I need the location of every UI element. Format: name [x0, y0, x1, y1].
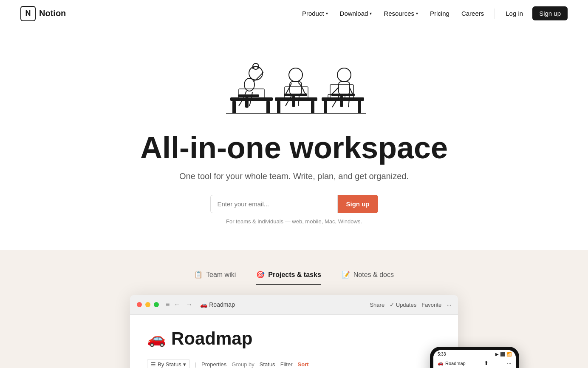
share-button[interactable]: Share [370, 302, 384, 308]
hero-illustration [201, 44, 387, 121]
svg-point-17 [289, 68, 302, 82]
phone-overlay: 5:33 ▶ ⬛ 📶 🚗 Roadmap ⬆ ··· 🚗 Roadmap [430, 347, 519, 368]
phone-status-bar: 5:33 ▶ ⬛ 📶 [433, 350, 516, 358]
tab-projects-tasks[interactable]: 🎯 Projects & tasks [256, 271, 321, 285]
logo-letter: N [25, 9, 31, 18]
phone-time: 5:33 [438, 352, 446, 357]
hero-note: For teams & individuals — web, mobile, M… [226, 218, 362, 225]
svg-rect-30 [331, 94, 355, 96]
nav-auth: Log in Sign up [500, 6, 568, 20]
tab-notes-emoji: 📝 [342, 271, 350, 279]
svg-rect-13 [311, 101, 314, 114]
phone-page-emoji: 🚗 [438, 360, 444, 366]
tab-projects-emoji: 🎯 [256, 271, 265, 279]
logo-icon: N [20, 6, 36, 21]
navbar: N Notion Product ▾ Download ▾ Resources … [0, 0, 588, 27]
svg-rect-10 [245, 97, 249, 108]
window-breadcrumb: 🚗 Roadmap [200, 301, 235, 308]
page-title: Roadmap [171, 328, 252, 349]
nav-careers[interactable]: Careers [456, 7, 489, 20]
signup-hero-button[interactable]: Sign up [338, 195, 378, 213]
breadcrumb-label: Roadmap [209, 301, 235, 308]
phone-more-icon[interactable]: ··· [507, 360, 512, 366]
breadcrumb-emoji: 🚗 [200, 301, 207, 308]
svg-rect-31 [340, 96, 343, 107]
nav-divider [494, 9, 495, 19]
back-arrow-icon[interactable]: ← [174, 301, 181, 308]
phone-share-icon[interactable]: ⬆ [484, 360, 489, 366]
phone-screen: 5:33 ▶ ⬛ 📶 🚗 Roadmap ⬆ ··· 🚗 Roadmap [433, 350, 516, 368]
chevron-down-icon: ▾ [326, 11, 328, 16]
svg-rect-15 [283, 97, 310, 99]
chevron-down-icon: ▾ [416, 11, 418, 16]
traffic-green [154, 302, 159, 307]
view-icon: ☰ [151, 361, 156, 368]
menu-icon: ≡ [166, 301, 170, 308]
preview-wrapper: ≡ ← → 🚗 Roadmap Share ✓ Updates Favorite… [120, 295, 468, 368]
tab-team-wiki[interactable]: 📋 Team wiki [194, 271, 236, 285]
window-titlebar: ≡ ← → 🚗 Roadmap Share ✓ Updates Favorite… [130, 295, 458, 315]
app-window: ≡ ← → 🚗 Roadmap Share ✓ Updates Favorite… [130, 295, 458, 368]
phone-icons: ▶ ⬛ 📶 [495, 352, 512, 357]
tab-team-wiki-emoji: 📋 [194, 271, 203, 279]
group-by-value[interactable]: Status [260, 361, 275, 368]
svg-rect-2 [232, 101, 236, 114]
logo[interactable]: N Notion [20, 6, 66, 21]
svg-rect-20 [292, 96, 295, 107]
view-selector[interactable]: ☰ By Status ▾ [147, 359, 190, 368]
hero-form: Sign up [210, 195, 378, 213]
properties-button[interactable]: Properties [201, 361, 226, 368]
group-by-label: Group by [232, 361, 254, 368]
window-actions: Share ✓ Updates Favorite ··· [370, 302, 451, 308]
chevron-down-icon: ▾ [183, 361, 186, 368]
toolbar-separator: | [195, 361, 196, 368]
chevron-down-icon: ▾ [370, 11, 372, 16]
page-title-row: 🚗 Roadmap [147, 328, 441, 349]
filter-button[interactable]: Filter [280, 361, 293, 368]
forward-arrow-icon[interactable]: → [186, 301, 192, 308]
signup-nav-button[interactable]: Sign up [532, 6, 568, 20]
svg-rect-19 [284, 94, 307, 96]
traffic-yellow [145, 302, 150, 307]
svg-rect-22 [324, 101, 327, 114]
sort-button[interactable]: Sort [298, 361, 309, 368]
tab-notes-docs[interactable]: 📝 Notes & docs [342, 271, 394, 285]
toolbar-row: ☰ By Status ▾ | Properties Group by Stat… [147, 359, 441, 368]
svg-point-29 [337, 68, 351, 82]
phone-page-title-nav: Roadmap [445, 361, 466, 366]
hero-subtitle: One tool for your whole team. Write, pla… [179, 171, 409, 181]
hero-title: All-in-one workspace [140, 131, 448, 165]
svg-rect-3 [266, 101, 270, 114]
updates-button[interactable]: ✓ Updates [390, 302, 416, 308]
nav-pricing[interactable]: Pricing [425, 7, 455, 20]
nav-links: Product ▾ Download ▾ Resources ▾ Pricing… [297, 6, 568, 20]
svg-rect-9 [238, 94, 259, 97]
svg-point-7 [249, 66, 263, 80]
app-content: 🚗 Roadmap ☰ By Status ▾ | Properties Gro… [130, 315, 458, 368]
login-button[interactable]: Log in [500, 7, 529, 20]
tabs-section: 📋 Team wiki 🎯 Projects & tasks 📝 Notes &… [0, 250, 588, 368]
traffic-red [137, 302, 142, 307]
nav-product[interactable]: Product ▾ [297, 7, 333, 20]
hero-section: All-in-one workspace One tool for your w… [0, 27, 588, 250]
more-button[interactable]: ··· [447, 302, 451, 308]
tab-team-wiki-label: Team wiki [206, 271, 236, 279]
page-emoji: 🚗 [147, 330, 166, 348]
nav-download[interactable]: Download ▾ [335, 7, 377, 20]
svg-rect-28 [339, 82, 350, 94]
favorite-button[interactable]: Favorite [421, 302, 441, 308]
tab-notes-label: Notes & docs [353, 271, 394, 279]
svg-rect-23 [358, 101, 361, 114]
tab-projects-label: Projects & tasks [268, 271, 321, 279]
email-input[interactable] [210, 195, 338, 213]
svg-rect-12 [277, 101, 280, 114]
logo-text: Notion [39, 9, 66, 18]
tabs-nav: 📋 Team wiki 🎯 Projects & tasks 📝 Notes &… [0, 271, 588, 285]
nav-resources[interactable]: Resources ▾ [379, 7, 423, 20]
